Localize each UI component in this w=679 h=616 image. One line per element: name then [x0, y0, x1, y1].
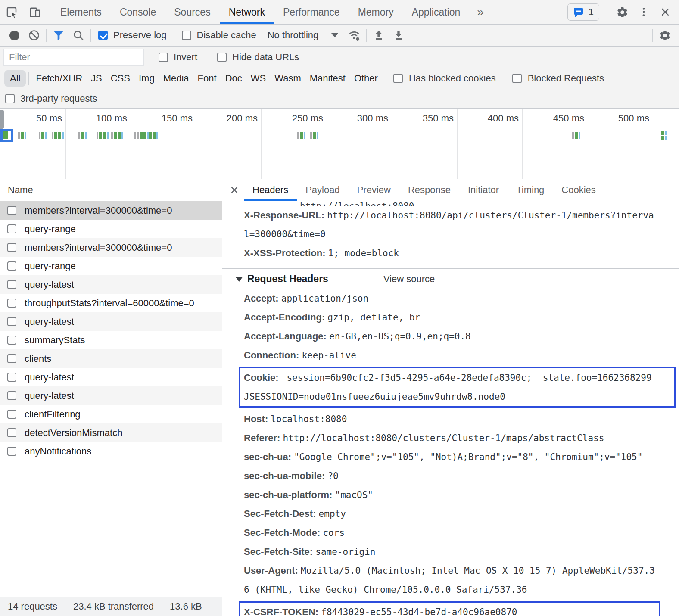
type-filter-img[interactable]: Img: [134, 70, 159, 87]
request-row[interactable]: query-latest: [0, 386, 222, 405]
close-detail-button[interactable]: [225, 185, 244, 195]
type-filter-all[interactable]: All: [4, 70, 26, 87]
network-conditions-button[interactable]: [344, 26, 364, 44]
preserve-log-checkbox[interactable]: [98, 31, 108, 40]
detail-tab-cookies[interactable]: Cookies: [553, 179, 604, 201]
type-filter-other[interactable]: Other: [350, 70, 382, 87]
network-overview-timeline[interactable]: 50 ms100 ms150 ms200 ms250 ms300 ms350 m…: [0, 109, 679, 179]
more-tabs-button[interactable]: »: [469, 0, 492, 24]
waterfall-mark[interactable]: [661, 136, 667, 140]
type-filter-media[interactable]: Media: [159, 70, 193, 87]
request-checkbox[interactable]: [7, 354, 16, 363]
request-checkbox[interactable]: [7, 317, 16, 326]
request-checkbox[interactable]: [7, 280, 16, 289]
waterfall-mark[interactable]: [134, 132, 149, 139]
header-value: JSESSIONID=node01nsfueez6uiujeae5mv9uhrd…: [244, 392, 505, 402]
export-har-button[interactable]: [389, 26, 408, 44]
waterfall-mark[interactable]: [111, 132, 123, 139]
filter-toggle-button[interactable]: [49, 26, 69, 44]
detail-tab-response[interactable]: Response: [399, 179, 459, 201]
request-checkbox[interactable]: [7, 447, 16, 456]
tab-memory[interactable]: Memory: [349, 0, 403, 24]
tab-application[interactable]: Application: [403, 0, 470, 24]
request-checkbox[interactable]: [7, 373, 16, 382]
request-checkbox[interactable]: [7, 243, 16, 252]
issues-badge[interactable]: 1: [567, 3, 599, 21]
waterfall-mark[interactable]: [572, 132, 580, 139]
disable-cache-checkbox[interactable]: [182, 31, 191, 40]
request-row[interactable]: query-latest: [0, 275, 222, 294]
close-devtools-button[interactable]: [656, 6, 675, 18]
view-source-link[interactable]: View source: [383, 274, 435, 285]
third-party-checkbox[interactable]: [5, 94, 15, 103]
request-row[interactable]: query-range: [0, 220, 222, 238]
request-checkbox[interactable]: [7, 261, 16, 271]
type-filter-doc[interactable]: Doc: [221, 70, 246, 87]
request-checkbox[interactable]: [7, 336, 16, 345]
detail-tab-payload[interactable]: Payload: [297, 179, 349, 201]
more-options-button[interactable]: [636, 6, 651, 18]
request-row[interactable]: members?interval=300000&time=0: [0, 238, 222, 257]
type-filter-fetch-xhr[interactable]: Fetch/XHR: [31, 70, 87, 87]
invert-checkbox[interactable]: [159, 53, 168, 62]
request-row[interactable]: anyNotifications: [0, 442, 222, 460]
search-button[interactable]: [69, 26, 88, 44]
request-row[interactable]: detectVersionMismatch: [0, 423, 222, 442]
request-row[interactable]: query-range: [0, 257, 222, 275]
detail-tab-timing[interactable]: Timing: [508, 179, 553, 201]
tab-sources[interactable]: Sources: [165, 0, 219, 24]
waterfall-mark[interactable]: [18, 132, 26, 139]
tab-performance[interactable]: Performance: [274, 0, 349, 24]
type-filter-font[interactable]: Font: [193, 70, 221, 87]
request-row[interactable]: summaryStats: [0, 331, 222, 349]
request-checkbox[interactable]: [7, 299, 16, 308]
waterfall-mark[interactable]: [661, 131, 667, 135]
clear-network-log-button[interactable]: [24, 26, 44, 44]
type-filter-css[interactable]: CSS: [106, 70, 134, 87]
request-checkbox[interactable]: [7, 224, 16, 233]
type-filter-wasm[interactable]: Wasm: [270, 70, 305, 87]
waterfall-mark[interactable]: [78, 132, 87, 139]
waterfall-mark[interactable]: [52, 132, 64, 139]
hide-data-urls-checkbox[interactable]: [217, 53, 227, 62]
network-settings-button[interactable]: [655, 26, 675, 44]
request-checkbox[interactable]: [7, 410, 16, 419]
inspect-element-button[interactable]: [0, 0, 23, 24]
name-column-header[interactable]: Name: [0, 179, 222, 201]
device-toolbar-button[interactable]: [23, 0, 47, 24]
tab-elements[interactable]: Elements: [51, 0, 111, 24]
waterfall-mark[interactable]: [97, 132, 109, 139]
tab-console[interactable]: Console: [111, 0, 165, 24]
waterfall-mark[interactable]: [297, 132, 305, 139]
request-checkbox[interactable]: [7, 428, 16, 437]
type-filter-js[interactable]: JS: [87, 70, 106, 87]
chip-divider: [28, 72, 29, 85]
type-filter-manifest[interactable]: Manifest: [305, 70, 350, 87]
import-har-button[interactable]: [369, 26, 389, 44]
settings-button[interactable]: [613, 6, 632, 19]
request-checkbox[interactable]: [7, 391, 16, 400]
request-row[interactable]: query-latest: [0, 312, 222, 331]
request-row[interactable]: members?interval=300000&time=0: [0, 201, 222, 220]
waterfall-mark[interactable]: [149, 132, 158, 139]
detail-tab-headers[interactable]: Headers: [244, 179, 297, 201]
detail-tab-initiator[interactable]: Initiator: [459, 179, 508, 201]
request-row[interactable]: query-latest: [0, 368, 222, 386]
request-row[interactable]: throughputStats?interval=60000&time=0: [0, 294, 222, 312]
disclosure-triangle-icon[interactable]: [235, 277, 243, 282]
selected-request-marker[interactable]: [0, 129, 13, 142]
has-blocked-cookies-checkbox[interactable]: [393, 74, 403, 83]
filter-input[interactable]: [3, 49, 144, 66]
detail-tab-preview[interactable]: Preview: [349, 179, 399, 201]
waterfall-mark[interactable]: [39, 132, 47, 139]
record-network-log-button[interactable]: [4, 26, 24, 44]
type-filter-ws[interactable]: WS: [246, 70, 270, 87]
tab-network[interactable]: Network: [220, 0, 274, 24]
waterfall-mark[interactable]: [310, 132, 318, 139]
throttling-select[interactable]: No throttling: [268, 30, 339, 41]
request-row[interactable]: clients: [0, 349, 222, 368]
request-checkbox[interactable]: [7, 206, 16, 215]
request-row[interactable]: clientFiltering: [0, 405, 222, 423]
blocked-requests-checkbox[interactable]: [512, 74, 522, 83]
timeline-scrubber-handle[interactable]: [0, 110, 4, 129]
